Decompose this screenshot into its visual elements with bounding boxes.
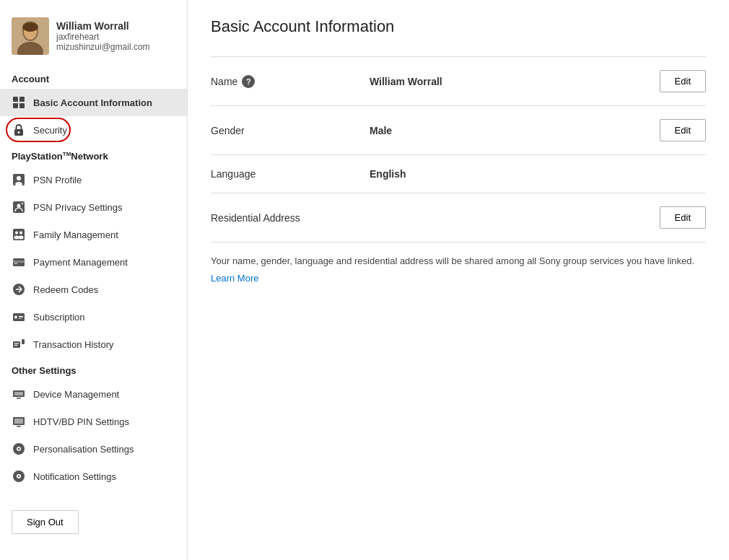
personalisation-label: Personalisation Settings [33,444,134,455]
svg-point-12 [18,131,20,134]
user-info: William Worrall jaxfireheart mizushinzui… [0,12,187,66]
svg-rect-7 [13,97,18,102]
gender-row: Gender Male Edit [211,106,706,155]
sidebar-item-personalisation[interactable]: Personalisation Settings [0,435,187,463]
svg-point-44 [18,448,20,450]
name-edit-button[interactable]: Edit [660,70,706,92]
account-section-label: Account [0,66,187,89]
transaction-icon [12,337,26,351]
sidebar-item-psn-privacy[interactable]: PSN Privacy Settings [0,193,187,221]
svg-point-6 [23,23,38,32]
sidebar-item-transaction-history[interactable]: Transaction History [0,331,187,358]
svg-point-14 [17,176,21,180]
subscription-icon [12,310,26,324]
residential-address-edit-button[interactable]: Edit [660,206,706,229]
grid-icon [12,95,26,110]
device-management-label: Device Management [33,389,119,400]
sidebar-item-hdtv-pin[interactable]: HDTV/BD PIN Settings [0,408,187,435]
sidebar-item-payment-management[interactable]: Payment Management [0,248,187,276]
sidebar-item-family-management[interactable]: Family Management [0,221,187,248]
sidebar-item-security[interactable]: Security [0,116,187,144]
person-icon [12,172,26,187]
svg-rect-33 [22,339,25,344]
notification-icon [12,469,26,484]
page-title: Basic Account Information [211,17,706,36]
lock-icon [12,123,26,137]
svg-rect-31 [19,318,22,320]
redeem-codes-label: Redeem Codes [33,284,98,295]
hdtv-icon [12,414,26,429]
name-value: William Worrall [370,76,660,87]
subscription-label: Subscription [33,312,85,323]
family-icon [12,227,26,242]
svg-rect-32 [13,341,20,348]
gender-value: Male [370,125,660,136]
psn-profile-label: PSN Profile [33,175,82,185]
svg-point-21 [19,232,22,235]
svg-rect-38 [14,392,23,395]
language-row: Language English [211,155,706,193]
signout-button[interactable]: Sign Out [12,510,79,534]
psn-privacy-label: PSN Privacy Settings [33,202,123,213]
device-icon [12,387,26,401]
security-label: Security [33,125,67,136]
svg-rect-10 [19,103,25,108]
svg-rect-9 [13,103,18,108]
avatar [12,17,49,55]
gender-edit-button[interactable]: Edit [660,119,706,141]
svg-point-17 [17,204,21,208]
language-value: English [370,168,655,180]
svg-point-22 [14,236,19,240]
svg-rect-30 [19,316,23,318]
user-name: William Worrall [56,20,150,32]
sidebar-item-redeem-codes[interactable]: Redeem Codes [0,276,187,303]
family-management-label: Family Management [33,229,118,240]
svg-point-23 [19,236,24,240]
redeem-icon [12,282,26,297]
svg-rect-41 [17,426,21,427]
signout-area: Sign Out [0,496,187,548]
payment-management-label: Payment Management [33,257,128,268]
svg-point-29 [14,316,17,319]
other-section-label: Other Settings [0,358,187,380]
notification-label: Notification Settings [33,471,116,482]
sidebar-item-psn-profile[interactable]: PSN Profile [0,166,187,193]
svg-rect-40 [14,419,23,424]
gender-label: Gender [211,125,370,136]
svg-rect-26 [14,263,17,265]
svg-rect-25 [13,261,25,263]
sidebar-item-device-management[interactable]: Device Management [0,380,187,408]
notice-text: Your name, gender, language and resident… [211,255,706,266]
basic-account-label: Basic Account Information [33,97,152,108]
residential-address-row: Residential Address Edit [211,193,706,242]
sidebar-item-subscription[interactable]: Subscription [0,303,187,331]
sidebar-item-basic-account[interactable]: Basic Account Information [0,89,187,116]
transaction-history-label: Transaction History [33,339,114,350]
privacy-icon [12,200,26,214]
residential-address-label: Residential Address [211,212,370,224]
svg-rect-8 [19,97,25,102]
language-label: Language [211,168,370,180]
psn-section-label: PlayStationTMNetwork [0,144,187,166]
name-help-icon[interactable]: ? [242,75,255,88]
svg-point-15 [15,182,22,186]
name-label: Name ? [211,75,370,88]
user-handle: jaxfireheart [56,32,150,42]
sidebar: William Worrall jaxfireheart mizushinzui… [0,0,188,560]
user-details: William Worrall jaxfireheart mizushinzui… [56,20,150,52]
hdtv-pin-label: HDTV/BD PIN Settings [33,416,129,427]
settings-icon [12,442,26,456]
svg-point-20 [15,232,18,235]
main-content: Basic Account Information Name ? William… [188,0,729,560]
name-row: Name ? William Worrall Edit [211,56,706,106]
learn-more-link[interactable]: Learn More [211,273,258,284]
user-email: mizushinzui@gmail.com [56,42,150,52]
svg-point-47 [18,476,19,477]
payment-icon [12,255,26,269]
svg-rect-37 [17,398,21,399]
notice-area: Your name, gender, language and resident… [211,242,706,289]
sidebar-item-notification[interactable]: Notification Settings [0,463,187,490]
